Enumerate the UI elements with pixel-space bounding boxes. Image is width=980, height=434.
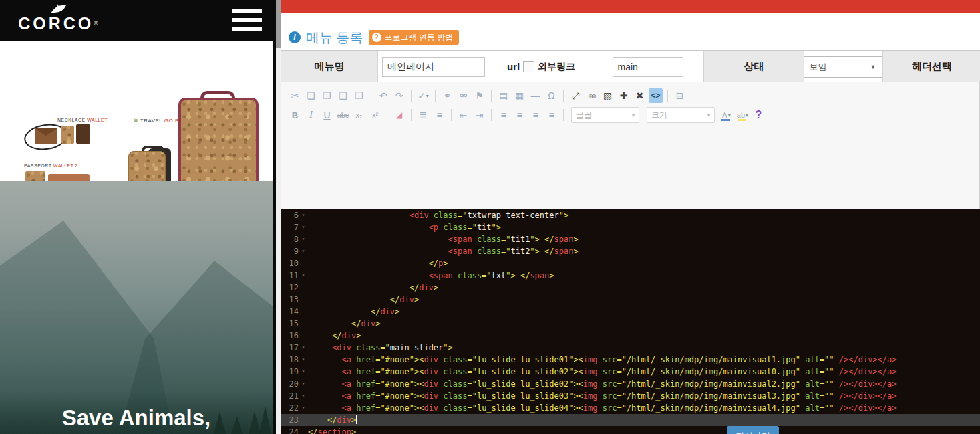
- strikethrough-icon[interactable]: abc: [336, 108, 350, 122]
- fold-toggle-icon[interactable]: ▾: [299, 233, 308, 245]
- fold-toggle-icon[interactable]: ▾: [299, 342, 308, 354]
- maximize-icon[interactable]: ⤢: [568, 88, 583, 103]
- fold-toggle-icon[interactable]: ▾: [299, 221, 308, 233]
- indent-icon[interactable]: ⇥: [472, 108, 486, 122]
- align-right-icon[interactable]: ≡: [528, 108, 542, 122]
- code-line[interactable]: 19▾ <a href="#none"><div class="lu_slide…: [281, 366, 980, 378]
- cut-icon[interactable]: ✂: [288, 88, 302, 103]
- bold-icon[interactable]: B: [288, 108, 302, 122]
- code-line[interactable]: 12 </div>: [281, 282, 980, 294]
- unlink-icon[interactable]: ⚮: [456, 88, 470, 103]
- code-line[interactable]: 14 </div>: [281, 306, 980, 318]
- code-line[interactable]: 18▾ <a href="#none"><div class="lu_slide…: [281, 354, 980, 366]
- fold-toggle-icon[interactable]: ▾: [299, 378, 308, 390]
- toolbar-separator: [491, 90, 492, 102]
- copy-icon[interactable]: ❏: [304, 88, 318, 103]
- fold-spacer: [299, 306, 308, 318]
- preview-scrollbar-thumb[interactable]: [276, 0, 281, 48]
- select-all-icon[interactable]: ▧: [601, 88, 615, 103]
- necklace-wallet-label: NECKLACE WALLET: [57, 118, 108, 122]
- ordered-list-icon[interactable]: ≣: [416, 108, 430, 122]
- fold-toggle-icon[interactable]: ▾: [299, 209, 308, 221]
- code-line[interactable]: 16 </div>: [281, 330, 980, 342]
- program-link-help-button[interactable]: ? 프로그램 연동 방법: [369, 30, 460, 45]
- anchor-icon[interactable]: ⚑: [472, 88, 486, 103]
- fold-spacer: [299, 294, 308, 306]
- hero-title-line1: Save Animals,: [0, 405, 273, 431]
- toolbar-separator: [491, 109, 492, 121]
- about-icon[interactable]: ?: [752, 108, 766, 122]
- code-line[interactable]: 20▾ <a href="#none"><div class="lu_slide…: [281, 378, 980, 390]
- toolbar-separator: [667, 90, 668, 102]
- code-line[interactable]: 8▾ <span class="tit1"> </span>: [281, 233, 980, 245]
- bg-color-icon[interactable]: ab▾: [736, 108, 750, 122]
- bubble-remove-icon[interactable]: ✖: [633, 88, 647, 103]
- code-line[interactable]: 10 </p>: [281, 257, 980, 269]
- find-icon[interactable]: ◎◎: [585, 88, 599, 103]
- table-icon[interactable]: ▦: [512, 88, 526, 103]
- redo-icon[interactable]: ↷: [392, 88, 406, 103]
- align-justify-icon[interactable]: ≡: [544, 108, 558, 122]
- image-icon[interactable]: ▤: [496, 88, 510, 103]
- source-code-area[interactable]: 6▾ <div class="txtwrap text-center">7▾ <…: [281, 209, 980, 434]
- size-combo[interactable]: 크기▾: [647, 107, 715, 123]
- fold-toggle-icon[interactable]: ▾: [299, 354, 308, 366]
- underline-icon[interactable]: U: [320, 108, 334, 122]
- external-link-checkbox[interactable]: [523, 61, 534, 72]
- print-icon[interactable]: ⊟: [673, 88, 687, 103]
- product-slider[interactable]: NECKLACE WALLET PASSPORT WALLET.2 ❋ TRAV…: [0, 41, 273, 181]
- unordered-list-icon[interactable]: ≡: [432, 108, 446, 122]
- source-icon[interactable]: <>: [649, 88, 663, 103]
- paste-word-icon[interactable]: ❒: [352, 88, 366, 103]
- special-char-icon[interactable]: Ω: [544, 88, 558, 103]
- preview-scrollbar-track[interactable]: [276, 0, 281, 434]
- brand-text: CORCO: [18, 14, 94, 33]
- menu-name-input[interactable]: [382, 57, 485, 77]
- align-left-icon[interactable]: ≡: [496, 108, 510, 122]
- fold-toggle-icon[interactable]: ▾: [299, 402, 308, 414]
- horizontal-rule-icon[interactable]: ―: [528, 88, 542, 103]
- italic-icon[interactable]: I: [304, 108, 318, 122]
- code-line[interactable]: 22▾ <a href="#none"><div class="lu_slide…: [281, 402, 980, 414]
- fold-spacer: [299, 257, 308, 269]
- corco-logo[interactable]: CORCO®: [15, 3, 102, 32]
- code-line[interactable]: 17▾ <div class="main_slider">: [281, 342, 980, 354]
- fold-toggle-icon[interactable]: ▾: [299, 245, 308, 257]
- code-line[interactable]: 11▾ <span class="txt"> </span>: [281, 269, 980, 282]
- code-line[interactable]: 13 </div>: [281, 294, 980, 306]
- fold-toggle-icon[interactable]: ▾: [299, 269, 308, 282]
- code-line[interactable]: 6▾ <div class="txtwrap text-center">: [281, 209, 980, 221]
- page-title: 메뉴 등록: [306, 29, 363, 47]
- url-label: url: [507, 61, 520, 72]
- save-button[interactable]: 저장하기: [727, 426, 779, 434]
- superscript-icon[interactable]: x²: [368, 108, 382, 122]
- outdent-icon[interactable]: ⇤: [456, 108, 470, 122]
- hamburger-menu-icon[interactable]: [232, 9, 262, 37]
- spellcheck-icon[interactable]: ✓▾: [416, 88, 430, 103]
- site-preview-panel: CORCO® NECKLACE WALLET PASSPORT WALLET.2…: [0, 0, 276, 434]
- paste-text-icon[interactable]: ❑: [336, 88, 350, 103]
- code-line[interactable]: 7▾ <p class="tit">: [281, 221, 980, 233]
- paste-icon[interactable]: ❐: [320, 88, 334, 103]
- code-line[interactable]: 24</section>: [281, 426, 980, 434]
- url-input[interactable]: [613, 57, 683, 77]
- bubble-add-icon[interactable]: ✚: [617, 88, 631, 103]
- font-combo[interactable]: 글꼴▾: [571, 107, 639, 123]
- code-line[interactable]: 9▾ <span class="tit2"> </span>: [281, 245, 980, 257]
- align-center-icon[interactable]: ≡: [512, 108, 526, 122]
- toolbar-separator: [563, 90, 564, 102]
- fold-toggle-icon[interactable]: ▾: [299, 390, 308, 402]
- text-color-icon[interactable]: A▾: [719, 108, 733, 122]
- code-line[interactable]: 21▾ <a href="#none"><div class="lu_slide…: [281, 390, 980, 402]
- status-select[interactable]: 보임 ▼: [804, 56, 882, 78]
- code-line[interactable]: 15 </div>: [281, 318, 980, 330]
- subscript-icon[interactable]: x₂: [352, 108, 366, 122]
- remove-format-icon[interactable]: ◢: [392, 108, 406, 122]
- link-icon[interactable]: ⚭: [440, 88, 454, 103]
- fold-toggle-icon[interactable]: ▾: [299, 366, 308, 378]
- line-number: 14: [281, 306, 299, 318]
- code-line[interactable]: 23 </div>: [281, 414, 980, 426]
- undo-icon[interactable]: ↶: [376, 88, 390, 103]
- menu-form-row: 메뉴명 url 외부링크 상태 보임 ▼ 헤더선택: [281, 50, 980, 83]
- line-number: 11: [281, 269, 299, 282]
